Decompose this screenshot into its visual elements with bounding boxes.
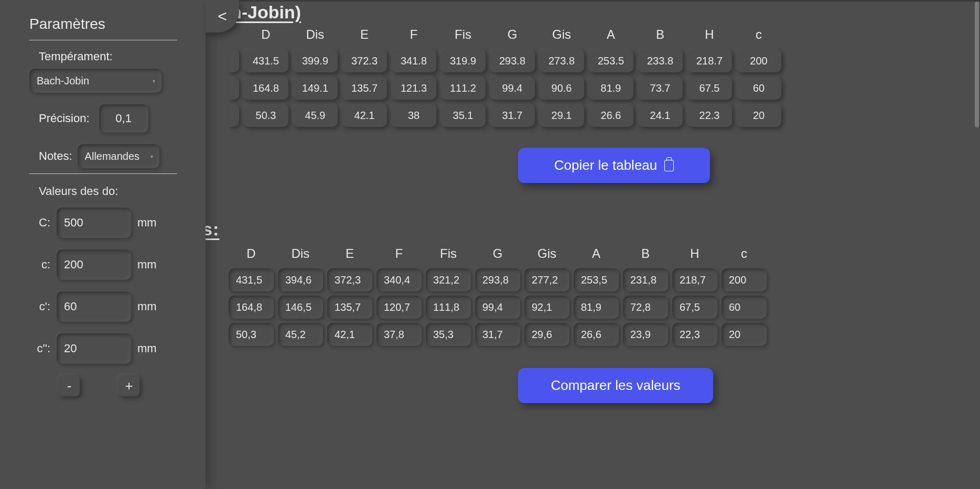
sidebar: Paramètres Tempérament: Bach-Jobin Préci… — [0, 0, 206, 489]
table-cell: 81.9 — [588, 77, 633, 100]
table-input-cell[interactable]: 200 — [721, 268, 767, 291]
do-value-row: C:mm — [29, 208, 185, 238]
table-input-cell[interactable]: 42,1 — [327, 323, 372, 346]
table-cell: 399.9 — [293, 49, 338, 72]
table-input-cell[interactable]: 22,3 — [672, 323, 717, 346]
table-input-cell[interactable]: 81,9 — [574, 296, 619, 319]
table-cell-partial — [229, 49, 239, 72]
temperament-select[interactable]: Bach-Jobin — [29, 69, 161, 93]
table-cell: 341.8 — [391, 49, 436, 72]
compare-button[interactable]: Comparer les valeurs — [518, 368, 713, 403]
table-input-cell[interactable]: 23,9 — [623, 323, 668, 346]
table-input-cell[interactable]: 26,6 — [574, 323, 619, 346]
table-input-cell[interactable]: 293,8 — [475, 268, 520, 291]
table-input-cell[interactable]: 50,3 — [229, 323, 274, 346]
column-header: H — [672, 243, 717, 264]
table-cell: 38 — [391, 104, 436, 127]
column-header: G — [490, 24, 535, 45]
vertical-scrollbar[interactable] — [975, 2, 979, 127]
do-input-0[interactable] — [57, 208, 131, 238]
table-input-cell[interactable]: 20 — [721, 323, 767, 346]
column-header: Gis — [539, 24, 584, 45]
precision-label: Précision: — [39, 112, 90, 125]
table-input-cell[interactable]: 394,6 — [278, 268, 323, 291]
clipboard-icon — [664, 160, 674, 171]
table-cell-partial — [229, 104, 239, 127]
table-input-cell[interactable]: 277,2 — [524, 268, 569, 291]
notes-select[interactable]: Allemandes — [78, 144, 159, 168]
do-input-1[interactable] — [57, 249, 131, 280]
unit-label: mm — [137, 216, 157, 230]
do-label: c': — [29, 300, 50, 313]
table-cell: 45.9 — [293, 104, 338, 127]
table-input-cell[interactable]: 99,4 — [475, 296, 520, 319]
column-header: Dis — [293, 24, 338, 45]
table-cell: 135.7 — [342, 77, 387, 100]
table-cell: 31.7 — [490, 104, 535, 127]
table-input-cell[interactable]: 135,7 — [327, 296, 372, 319]
table-cell-partial — [229, 77, 239, 100]
table-cell: 431.5 — [243, 49, 288, 72]
table-cell: 218.7 — [687, 49, 732, 72]
column-header: c — [721, 243, 767, 264]
table-cell: 90.6 — [539, 77, 584, 100]
minus-button[interactable]: - — [59, 375, 80, 396]
table-input-cell[interactable]: 231,8 — [623, 268, 668, 291]
chevron-left-icon: < — [218, 7, 227, 25]
plus-button[interactable]: + — [119, 375, 139, 396]
table-input-cell[interactable]: 253,5 — [574, 268, 619, 291]
table-input-cell[interactable]: 431,5 — [229, 268, 274, 291]
table-input-cell[interactable]: 120,7 — [376, 296, 422, 319]
table-input-cell[interactable]: 218,7 — [672, 268, 717, 291]
table-input-cell[interactable]: 146,5 — [278, 296, 323, 319]
column-header: c — [736, 24, 781, 45]
column-header: B — [623, 243, 668, 264]
column-header: H — [687, 24, 732, 45]
column-header: F — [376, 243, 422, 264]
table-cell: 372.3 — [342, 49, 387, 72]
table-input-cell[interactable]: 31,7 — [475, 323, 520, 346]
compare-button-label: Comparer les valeurs — [551, 377, 680, 394]
table-input-cell[interactable]: 72,8 — [623, 296, 668, 319]
do-value-row: c'':mm — [29, 333, 185, 364]
table-cell: 20 — [736, 104, 781, 127]
unit-label: mm — [137, 300, 157, 313]
results-table: DDisEFFisGGisABHc431.5399.9372.3341.8319… — [224, 20, 785, 131]
table-input-cell[interactable]: 45,2 — [278, 323, 323, 346]
table-cell: 293.8 — [490, 49, 535, 72]
table-input-cell[interactable]: 35,3 — [426, 323, 471, 346]
table-input-cell[interactable]: 37,8 — [376, 323, 422, 346]
table-input-cell[interactable]: 29,6 — [524, 323, 569, 346]
table-cell: 273.8 — [539, 49, 584, 72]
do-label: C: — [29, 216, 50, 230]
table-cell: 50.3 — [243, 104, 288, 127]
table-input-cell[interactable]: 321,2 — [426, 268, 471, 291]
column-header: Fis — [426, 243, 471, 264]
table-cell: 121.3 — [391, 77, 436, 100]
column-header: E — [327, 243, 372, 264]
table-input-cell[interactable]: 92,1 — [524, 296, 569, 319]
table-input-cell[interactable]: 372,3 — [327, 268, 372, 291]
do-input-2[interactable] — [57, 291, 131, 322]
do-input-3[interactable] — [57, 333, 131, 364]
unit-label: mm — [137, 342, 157, 355]
column-header: F — [391, 24, 436, 45]
table-input-cell[interactable]: 67,5 — [672, 296, 717, 319]
notes-label: Notes: — [39, 149, 72, 163]
table-input-cell[interactable]: 111,8 — [426, 296, 471, 319]
do-value-row: c':mm — [29, 291, 185, 322]
inputs-table: DDisEFFisGGisABHc431,5394,6372,3340,4321… — [224, 239, 771, 350]
table-input-cell[interactable]: 340,4 — [376, 268, 422, 291]
precision-input[interactable] — [99, 104, 148, 133]
table-cell: 67.5 — [687, 77, 732, 100]
divider — [29, 40, 177, 40]
table-input-cell[interactable]: 164,8 — [229, 296, 274, 319]
column-header: E — [342, 24, 387, 45]
table-input-cell[interactable]: 60 — [721, 296, 767, 319]
table-cell: 319.9 — [440, 49, 486, 72]
main-content: < h-Jobin) DDisEFFisGGisABHc431.5399.937… — [206, 0, 980, 489]
column-header: B — [638, 24, 683, 45]
table-cell: 29.1 — [539, 104, 584, 127]
table-cell: 35.1 — [440, 104, 486, 127]
copy-table-button[interactable]: Copier le tableau — [518, 148, 710, 183]
